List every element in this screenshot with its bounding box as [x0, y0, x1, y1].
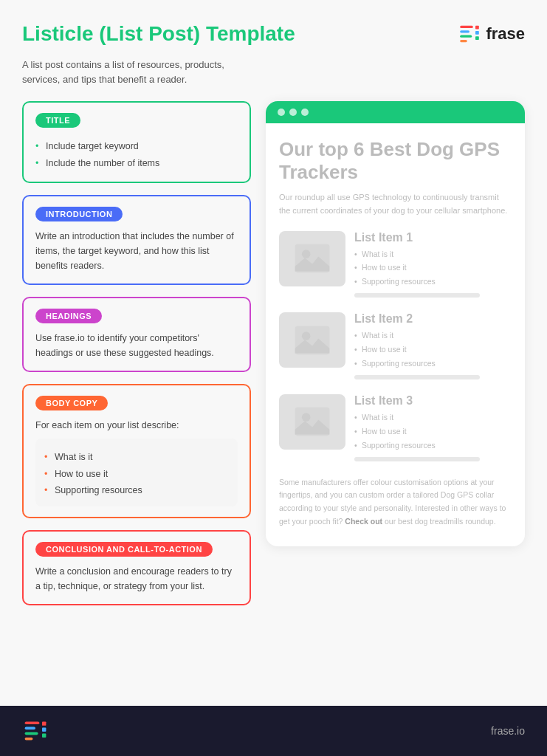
- svg-point-8: [302, 250, 311, 258]
- list-item-3-bullet-2: How to use it: [354, 425, 512, 439]
- title-bullets: Include target keyword Include the numbe…: [35, 138, 238, 171]
- svg-rect-6: [475, 36, 479, 40]
- conclusion-label: CONCLUSION AND CALL-TO-ACTION: [35, 542, 213, 557]
- list-item-row-1: List Item 1 What is it How to use it Sup…: [279, 231, 512, 298]
- body-sub-card: What is it How to use it Supporting reso…: [35, 439, 238, 506]
- headings-section-card: HEADINGS Use frase.io to identify your c…: [22, 297, 251, 372]
- headings-text: Use frase.io to identify your competitor…: [35, 331, 238, 360]
- body-text: For each item on your list describe:: [35, 418, 238, 433]
- list-item-row-3: List Item 3 What is it How to use it Sup…: [279, 394, 512, 461]
- svg-rect-13: [25, 721, 40, 724]
- list-item-2-bullet-1: What is it: [354, 329, 512, 343]
- list-item-image-3: [279, 394, 345, 450]
- frase-logo-icon: [458, 22, 481, 46]
- svg-rect-18: [42, 728, 46, 732]
- list-item-3-bullet-1: What is it: [354, 410, 512, 425]
- list-item-image-2: [279, 312, 345, 368]
- svg-rect-5: [475, 31, 479, 35]
- browser-dot-3: [301, 109, 309, 116]
- list-item-content-3: List Item 3 What is it How to use it Sup…: [354, 394, 512, 461]
- conclusion-section-card: CONCLUSION AND CALL-TO-ACTION Write a co…: [22, 530, 251, 605]
- list-item-1-bullet-2: How to use it: [354, 261, 512, 275]
- svg-rect-3: [461, 40, 468, 42]
- svg-rect-16: [25, 738, 33, 740]
- intro-label: INTRODUCTION: [35, 207, 123, 221]
- list-item-2-line: [354, 375, 480, 379]
- list-item-row-2: List Item 2 What is it How to use it Sup…: [279, 312, 512, 379]
- svg-rect-14: [25, 727, 35, 730]
- conclusion-text: Write a conclusion and encourage readers…: [35, 564, 238, 594]
- title-section-card: TITLE Include target keyword Include the…: [22, 101, 251, 183]
- body-bullet-2: How to use it: [44, 466, 229, 483]
- browser-description: Our roundup all use GPS technology to co…: [279, 191, 512, 217]
- list-item-image-1: [279, 231, 345, 286]
- svg-rect-0: [461, 26, 474, 28]
- svg-rect-4: [475, 26, 479, 30]
- browser-footer-end: our best dog treadmills roundup.: [385, 517, 496, 526]
- browser-footer-text: Some manufacturers offer colour customis…: [279, 476, 512, 529]
- browser-dot-1: [278, 109, 285, 116]
- body-sub-bullets: What is it How to use it Supporting reso…: [44, 449, 229, 499]
- page-footer: frase.io: [0, 706, 547, 756]
- page-subtitle: A list post contains a list of resources…: [22, 58, 229, 86]
- body-bullet-3: Supporting resources: [44, 482, 229, 499]
- browser-content: Our top 6 Best Dog GPS Trackers Our roun…: [266, 123, 525, 546]
- list-item-content-1: List Item 1 What is it How to use it Sup…: [354, 231, 512, 298]
- list-item-bullets-2: What is it How to use it Supporting reso…: [354, 329, 512, 371]
- list-item-3-line: [354, 457, 480, 461]
- svg-point-10: [302, 331, 311, 340]
- browser-dot-2: [289, 109, 297, 116]
- page-title: Listicle (List Post) Template: [22, 22, 295, 46]
- frase-logo-text: frase: [486, 24, 525, 44]
- footer-url: frase.io: [491, 725, 525, 737]
- list-item-1-bullet-1: What is it: [354, 247, 512, 261]
- headings-label: HEADINGS: [35, 309, 102, 323]
- browser-footer-link: Check out: [345, 517, 382, 526]
- footer-logo: [22, 718, 49, 744]
- list-item-1-line: [354, 293, 480, 298]
- list-item-title-1: List Item 1: [354, 231, 512, 244]
- list-item-3-bullet-3: Supporting resources: [354, 439, 512, 453]
- svg-rect-15: [25, 732, 38, 735]
- intro-section-card: INTRODUCTION Write an introduction that …: [22, 195, 251, 285]
- body-section-card: BODY COPY For each item on your list des…: [22, 384, 251, 518]
- browser-mockup: Our top 6 Best Dog GPS Trackers Our roun…: [266, 101, 525, 546]
- title-bullet-1: Include target keyword: [35, 138, 238, 155]
- svg-rect-19: [42, 734, 46, 738]
- body-label: BODY COPY: [35, 396, 108, 410]
- title-label: TITLE: [35, 113, 80, 128]
- browser-bar: [266, 101, 525, 123]
- intro-text: Write an introduction that includes the …: [35, 229, 238, 273]
- list-item-2-bullet-2: How to use it: [354, 343, 512, 357]
- browser-title: Our top 6 Best Dog GPS Trackers: [279, 138, 512, 184]
- list-item-content-2: List Item 2 What is it How to use it Sup…: [354, 312, 512, 379]
- title-bullet-2: Include the number of items: [35, 155, 238, 172]
- list-item-title-3: List Item 3: [354, 394, 512, 408]
- body-bullet-1: What is it: [44, 449, 229, 466]
- svg-rect-2: [461, 35, 472, 38]
- list-item-bullets-3: What is it How to use it Supporting reso…: [354, 410, 512, 453]
- list-item-title-2: List Item 2: [354, 312, 512, 326]
- frase-logo: frase: [458, 22, 525, 46]
- left-column: TITLE Include target keyword Include the…: [22, 101, 251, 605]
- list-item-bullets-1: What is it How to use it Supporting reso…: [354, 247, 512, 289]
- svg-point-12: [302, 413, 311, 422]
- list-item-1-bullet-3: Supporting resources: [354, 275, 512, 289]
- list-item-2-bullet-3: Supporting resources: [354, 357, 512, 371]
- svg-rect-17: [42, 721, 46, 725]
- svg-rect-1: [461, 30, 470, 32]
- footer-logo-icon: [22, 718, 49, 744]
